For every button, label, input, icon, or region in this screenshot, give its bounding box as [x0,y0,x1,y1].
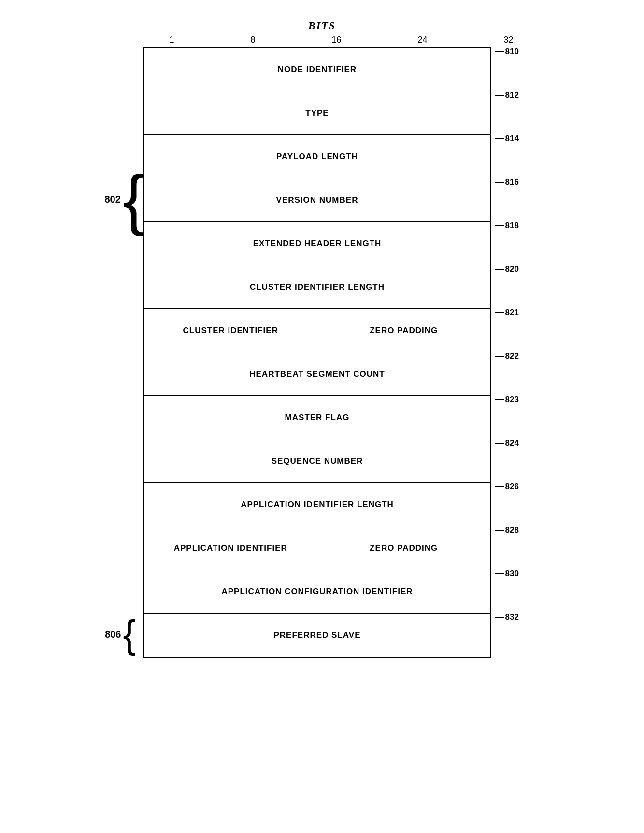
main-area: 802 { 806 { NODE IDENTIFIER TYPE [105,47,540,762]
row-820: CLUSTER IDENTIFIER LENGTH [144,265,490,309]
ref-823-text: 823 [505,395,519,405]
rows-container: NODE IDENTIFIER TYPE PAYLOAD LENGTH VERS… [143,47,491,658]
row-821-label-left: CLUSTER IDENTIFIER [173,321,288,340]
ref-824-text: 824 [505,438,519,448]
row-832-label: PREFERRED SLAVE [264,626,371,645]
row-816-label: VERSION NUMBER [267,190,368,210]
row-823: MASTER FLAG [144,396,490,439]
bracket-802-label: 802 [105,194,121,205]
row-818: EXTENDED HEADER LENGTH [144,222,490,265]
row-818-label: EXTENDED HEADER LENGTH [243,234,391,253]
ref-820: 820 [495,264,519,274]
row-821-label-right: ZERO PADDING [360,321,447,340]
row-810: NODE IDENTIFIER [144,48,490,91]
ref-812-text: 812 [505,90,519,100]
ref-816: 816 [495,177,519,187]
ref-820-text: 820 [505,264,519,274]
bit-marker-8: 8 [250,35,255,45]
diagram-container: BITS 1 8 16 24 32 802 { 806 { [105,19,540,762]
bit-marker-1: 1 [170,35,174,45]
bit-marker-24: 24 [417,35,427,45]
row-823-label: MASTER FLAG [275,408,359,427]
row-810-label: NODE IDENTIFIER [268,60,366,79]
bracket-806-label: 806 [105,629,121,640]
ref-822: 822 [495,351,519,361]
ref-810-text: 810 [505,47,519,57]
ref-810: 810 [495,47,519,57]
row-828-right: ZERO PADDING [317,539,490,558]
ref-826-text: 826 [505,482,519,492]
bit-marker-16: 16 [331,35,341,45]
row-828-label-left: APPLICATION IDENTIFIER [164,539,297,558]
ref-821: 821 [495,308,519,318]
ref-823: 823 [495,395,519,405]
ref-812: 812 [495,90,519,100]
ref-824: 824 [495,438,519,448]
bit-marker-32: 32 [503,35,513,45]
row-812-label: TYPE [296,103,338,123]
ref-818-text: 818 [505,221,519,231]
row-821-left: CLUSTER IDENTIFIER [144,321,318,340]
row-822: HEARTBEAT SEGMENT COUNT [144,352,490,396]
ref-814: 814 [495,134,519,144]
ref-822-text: 822 [505,351,519,361]
bits-title: BITS [308,19,336,32]
row-828: APPLICATION IDENTIFIER ZERO PADDING [144,526,490,570]
row-822-label: HEARTBEAT SEGMENT COUNT [240,365,395,384]
bracket-802: 802 { [105,47,143,351]
left-brackets-area: 802 { 806 { [105,47,143,762]
ref-830: 830 [495,569,519,579]
row-824-label: SEQUENCE NUMBER [262,452,373,471]
row-826: APPLICATION IDENTIFIER LENGTH [144,483,490,526]
row-812: TYPE [144,91,490,135]
row-821-right: ZERO PADDING [317,321,490,340]
row-828-label-right: ZERO PADDING [360,539,447,558]
row-824: SEQUENCE NUMBER [144,439,490,483]
ref-821-text: 821 [505,308,519,318]
row-814: PAYLOAD LENGTH [144,135,490,178]
bracket-806: 806 { [105,569,143,700]
ref-814-text: 814 [505,134,519,144]
row-820-label: CLUSTER IDENTIFIER LENGTH [240,278,394,297]
ref-832-text: 832 [505,613,519,622]
row-821: CLUSTER IDENTIFIER ZERO PADDING [144,309,490,352]
row-830-label: APPLICATION CONFIGURATION IDENTIFIER [212,582,422,601]
ref-816-text: 816 [505,177,519,187]
ref-826: 826 [495,482,519,492]
row-814-label: PAYLOAD LENGTH [267,147,368,166]
row-830: APPLICATION CONFIGURATION IDENTIFIER [144,570,490,614]
row-816: VERSION NUMBER [144,178,490,222]
bracket-804 [105,351,143,482]
row-826-label: APPLICATION IDENTIFIER LENGTH [231,495,403,514]
row-832: PREFERRED SLAVE [144,614,490,657]
ref-818: 818 [495,221,519,231]
ref-828-text: 828 [505,526,519,535]
row-828-left: APPLICATION IDENTIFIER [144,539,318,558]
ref-828: 828 [495,526,519,535]
ref-832: 832 [495,613,519,622]
ref-830-text: 830 [505,569,519,579]
